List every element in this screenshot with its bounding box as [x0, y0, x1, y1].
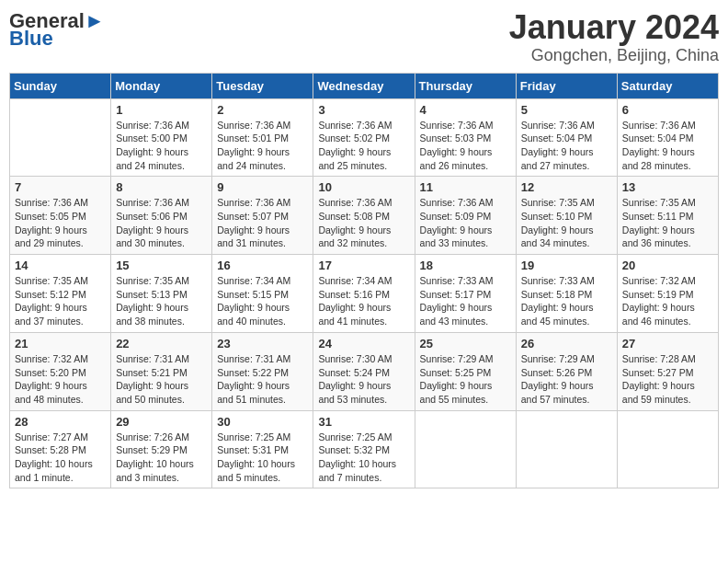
day-number: 18: [420, 259, 511, 272]
day-cell: 29Sunrise: 7:26 AMSunset: 5:29 PMDayligh…: [111, 410, 212, 488]
day-cell: [516, 410, 617, 488]
day-number: 7: [15, 180, 106, 194]
day-number: 8: [116, 180, 207, 194]
day-cell: 12Sunrise: 7:35 AMSunset: 5:10 PMDayligh…: [516, 177, 617, 255]
day-number: 22: [116, 337, 207, 350]
page-header: General► Blue January 2024 Gongchen, Bei…: [9, 9, 719, 65]
day-cell: 9Sunrise: 7:36 AMSunset: 5:07 PMDaylight…: [212, 177, 313, 255]
day-number: 15: [116, 259, 207, 272]
day-number: 16: [217, 259, 308, 272]
calendar-header: Sunday Monday Tuesday Wednesday Thursday…: [10, 73, 719, 98]
day-info: Sunrise: 7:36 AMSunset: 5:04 PMDaylight:…: [622, 119, 713, 173]
day-cell: 30Sunrise: 7:25 AMSunset: 5:31 PMDayligh…: [212, 410, 313, 488]
day-cell: [10, 98, 111, 177]
week-row-5: 28Sunrise: 7:27 AMSunset: 5:28 PMDayligh…: [10, 410, 719, 488]
logo: General► Blue: [9, 9, 105, 48]
day-number: 28: [15, 415, 106, 429]
day-number: 26: [521, 337, 612, 350]
calendar-body: 1Sunrise: 7:36 AMSunset: 5:00 PMDaylight…: [10, 98, 719, 488]
day-cell: 5Sunrise: 7:36 AMSunset: 5:04 PMDaylight…: [516, 98, 617, 177]
header-sunday: Sunday: [10, 73, 111, 98]
day-info: Sunrise: 7:34 AMSunset: 5:15 PMDaylight:…: [217, 274, 308, 328]
day-info: Sunrise: 7:35 AMSunset: 5:11 PMDaylight:…: [622, 196, 713, 250]
day-cell: 17Sunrise: 7:34 AMSunset: 5:16 PMDayligh…: [313, 255, 415, 333]
week-row-3: 14Sunrise: 7:35 AMSunset: 5:12 PMDayligh…: [10, 255, 719, 333]
day-cell: 3Sunrise: 7:36 AMSunset: 5:02 PMDaylight…: [313, 98, 415, 177]
day-cell: 7Sunrise: 7:36 AMSunset: 5:05 PMDaylight…: [10, 177, 111, 255]
day-cell: 26Sunrise: 7:29 AMSunset: 5:26 PMDayligh…: [516, 332, 617, 410]
day-info: Sunrise: 7:35 AMSunset: 5:12 PMDaylight:…: [15, 274, 106, 328]
day-number: 11: [420, 180, 511, 194]
day-number: 21: [15, 337, 106, 350]
header-monday: Monday: [111, 73, 212, 98]
day-info: Sunrise: 7:31 AMSunset: 5:22 PMDaylight:…: [217, 352, 308, 407]
day-info: Sunrise: 7:36 AMSunset: 5:08 PMDaylight:…: [318, 196, 409, 250]
day-number: 31: [318, 415, 409, 429]
day-info: Sunrise: 7:33 AMSunset: 5:18 PMDaylight:…: [521, 274, 612, 328]
day-number: 2: [217, 103, 308, 117]
day-info: Sunrise: 7:35 AMSunset: 5:10 PMDaylight:…: [521, 196, 612, 250]
logo-subtext: Blue: [9, 29, 53, 48]
week-row-2: 7Sunrise: 7:36 AMSunset: 5:05 PMDaylight…: [10, 177, 719, 255]
day-number: 20: [622, 259, 713, 272]
header-tuesday: Tuesday: [212, 73, 313, 98]
day-number: 9: [217, 180, 308, 194]
day-info: Sunrise: 7:36 AMSunset: 5:07 PMDaylight:…: [217, 196, 308, 250]
day-info: Sunrise: 7:29 AMSunset: 5:26 PMDaylight:…: [521, 352, 612, 407]
weekday-header-row: Sunday Monday Tuesday Wednesday Thursday…: [10, 73, 719, 98]
day-info: Sunrise: 7:36 AMSunset: 5:06 PMDaylight:…: [116, 196, 207, 250]
day-cell: 23Sunrise: 7:31 AMSunset: 5:22 PMDayligh…: [212, 332, 313, 410]
day-number: 25: [420, 337, 511, 350]
day-cell: 15Sunrise: 7:35 AMSunset: 5:13 PMDayligh…: [111, 255, 212, 333]
day-info: Sunrise: 7:27 AMSunset: 5:28 PMDaylight:…: [15, 431, 106, 485]
header-wednesday: Wednesday: [313, 73, 415, 98]
day-number: 12: [521, 180, 612, 194]
day-cell: 16Sunrise: 7:34 AMSunset: 5:15 PMDayligh…: [212, 255, 313, 333]
day-number: 27: [622, 337, 713, 350]
day-number: 1: [116, 103, 207, 117]
header-thursday: Thursday: [415, 73, 516, 98]
title-section: January 2024 Gongchen, Beijing, China: [509, 9, 719, 65]
day-cell: 18Sunrise: 7:33 AMSunset: 5:17 PMDayligh…: [415, 255, 516, 333]
day-cell: 8Sunrise: 7:36 AMSunset: 5:06 PMDaylight…: [111, 177, 212, 255]
day-cell: 13Sunrise: 7:35 AMSunset: 5:11 PMDayligh…: [617, 177, 718, 255]
day-cell: 28Sunrise: 7:27 AMSunset: 5:28 PMDayligh…: [10, 410, 111, 488]
day-number: 23: [217, 337, 308, 350]
day-cell: 19Sunrise: 7:33 AMSunset: 5:18 PMDayligh…: [516, 255, 617, 333]
day-number: 10: [318, 180, 409, 194]
day-info: Sunrise: 7:25 AMSunset: 5:31 PMDaylight:…: [217, 431, 308, 485]
day-info: Sunrise: 7:36 AMSunset: 5:05 PMDaylight:…: [15, 196, 106, 250]
day-cell: [415, 410, 516, 488]
week-row-4: 21Sunrise: 7:32 AMSunset: 5:20 PMDayligh…: [10, 332, 719, 410]
day-info: Sunrise: 7:36 AMSunset: 5:04 PMDaylight:…: [521, 119, 612, 173]
day-cell: 24Sunrise: 7:30 AMSunset: 5:24 PMDayligh…: [313, 332, 415, 410]
day-info: Sunrise: 7:32 AMSunset: 5:19 PMDaylight:…: [622, 274, 713, 328]
day-info: Sunrise: 7:31 AMSunset: 5:21 PMDaylight:…: [116, 352, 207, 407]
day-info: Sunrise: 7:25 AMSunset: 5:32 PMDaylight:…: [318, 431, 409, 485]
day-number: 6: [622, 103, 713, 117]
day-info: Sunrise: 7:34 AMSunset: 5:16 PMDaylight:…: [318, 274, 409, 328]
day-cell: 2Sunrise: 7:36 AMSunset: 5:01 PMDaylight…: [212, 98, 313, 177]
day-number: 13: [622, 180, 713, 194]
day-number: 29: [116, 415, 207, 429]
calendar-table: Sunday Monday Tuesday Wednesday Thursday…: [9, 73, 719, 489]
day-cell: 6Sunrise: 7:36 AMSunset: 5:04 PMDaylight…: [617, 98, 718, 177]
header-saturday: Saturday: [617, 73, 718, 98]
day-info: Sunrise: 7:36 AMSunset: 5:02 PMDaylight:…: [318, 119, 409, 173]
day-cell: 11Sunrise: 7:36 AMSunset: 5:09 PMDayligh…: [415, 177, 516, 255]
day-cell: 20Sunrise: 7:32 AMSunset: 5:19 PMDayligh…: [617, 255, 718, 333]
day-cell: 1Sunrise: 7:36 AMSunset: 5:00 PMDaylight…: [111, 98, 212, 177]
page-title: January 2024: [509, 9, 719, 46]
day-number: 14: [15, 259, 106, 272]
day-number: 3: [318, 103, 409, 117]
day-number: 30: [217, 415, 308, 429]
day-cell: 25Sunrise: 7:29 AMSunset: 5:25 PMDayligh…: [415, 332, 516, 410]
day-cell: 22Sunrise: 7:31 AMSunset: 5:21 PMDayligh…: [111, 332, 212, 410]
page-subtitle: Gongchen, Beijing, China: [509, 46, 719, 65]
day-cell: 4Sunrise: 7:36 AMSunset: 5:03 PMDaylight…: [415, 98, 516, 177]
day-info: Sunrise: 7:29 AMSunset: 5:25 PMDaylight:…: [420, 352, 511, 407]
header-friday: Friday: [516, 73, 617, 98]
day-cell: 14Sunrise: 7:35 AMSunset: 5:12 PMDayligh…: [10, 255, 111, 333]
day-info: Sunrise: 7:32 AMSunset: 5:20 PMDaylight:…: [15, 352, 106, 407]
day-info: Sunrise: 7:26 AMSunset: 5:29 PMDaylight:…: [116, 431, 207, 485]
